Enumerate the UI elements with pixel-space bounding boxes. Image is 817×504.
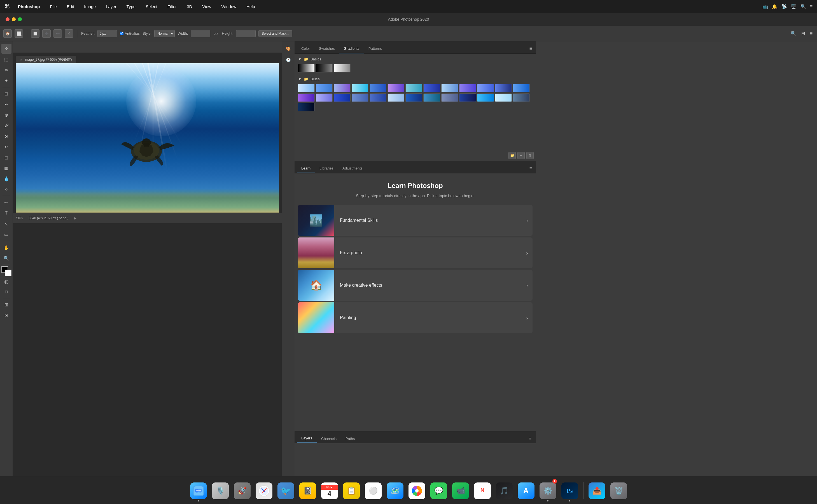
close-button[interactable]: [6, 17, 10, 21]
airdrop-icon[interactable]: 📡: [781, 4, 787, 9]
screen-mirroring-icon[interactable]: 📺: [762, 4, 768, 9]
gradient-blue-purple[interactable]: [334, 84, 351, 92]
menu-item-photoshop[interactable]: Photoshop: [16, 3, 42, 10]
gradient-black-transparent[interactable]: [316, 64, 333, 72]
menu-item-view[interactable]: View: [200, 3, 214, 10]
learn-card-creative[interactable]: 🏠 Make creative effects ›: [298, 270, 532, 301]
menu-item-window[interactable]: Window: [219, 3, 239, 10]
history-brush-tool[interactable]: ↩: [1, 142, 11, 152]
tab-paths[interactable]: Paths: [341, 434, 359, 443]
gradient-ice[interactable]: [495, 93, 512, 102]
pen-tool[interactable]: ✏: [1, 197, 11, 208]
more-icon[interactable]: ≡: [809, 30, 814, 37]
minimize-button[interactable]: [12, 17, 16, 21]
subtract-selection-btn[interactable]: ➖: [53, 29, 62, 38]
status-arrow[interactable]: ▶: [74, 216, 76, 220]
dock-photos[interactable]: [407, 479, 427, 501]
gradient-blue-black[interactable]: [298, 103, 315, 111]
gradient-electric[interactable]: [477, 93, 494, 102]
dock-finder[interactable]: [188, 479, 209, 501]
gradient-denim[interactable]: [370, 93, 386, 102]
dock-news[interactable]: N: [472, 479, 492, 501]
image-tab[interactable]: ✕ Image_27.jpg @ 50% (RGB/8#): [16, 56, 76, 63]
tab-layers[interactable]: Layers: [297, 434, 317, 443]
gradient-cyan[interactable]: [352, 84, 368, 92]
maximize-button[interactable]: [18, 17, 22, 21]
hand-tool[interactable]: ✋: [1, 242, 11, 253]
blur-tool[interactable]: 💧: [1, 174, 11, 184]
eraser-tool[interactable]: ◻: [1, 152, 11, 162]
dock-downloads[interactable]: 📥: [587, 479, 607, 501]
height-input[interactable]: [236, 30, 256, 37]
menu-item-filter[interactable]: Filter: [165, 3, 179, 10]
gradient-midnight[interactable]: [495, 84, 512, 92]
gradient-indigo[interactable]: [459, 84, 476, 92]
artboards-button[interactable]: ⊞: [1, 300, 11, 310]
stamp-tool[interactable]: ⊗: [1, 131, 11, 141]
delete-gradient-btn[interactable]: 🗑: [526, 152, 534, 159]
menu-item-help[interactable]: Help: [244, 3, 257, 10]
screen-mode-button[interactable]: ⊟: [2, 287, 11, 296]
swap-icon[interactable]: ⇄: [213, 30, 219, 37]
path-tool[interactable]: ↖: [1, 219, 11, 229]
blues-group-header[interactable]: ▼ 📁 Blues: [298, 77, 532, 81]
learn-card-fundamental[interactable]: 🏙️ Fundamental Skills ›: [298, 205, 532, 236]
width-input[interactable]: [191, 30, 210, 37]
basics-group-header[interactable]: ▼ 📁 Basics: [298, 57, 532, 61]
dock-twitter[interactable]: 🐦: [276, 479, 296, 501]
gradient-azure[interactable]: [513, 84, 530, 92]
gradient-ocean[interactable]: [423, 93, 440, 102]
select-and-mask-button[interactable]: Select and Mask...: [259, 30, 292, 37]
brush-tool[interactable]: 🖌: [1, 121, 11, 131]
feather-input[interactable]: [97, 30, 117, 37]
menu-item-edit[interactable]: Edit: [65, 3, 76, 10]
lasso-tool[interactable]: ⌾: [1, 65, 11, 75]
learn-card-fix-photo[interactable]: Fix a photo ›: [298, 237, 532, 268]
add-selection-btn[interactable]: ➕: [42, 29, 51, 38]
dock-photoshop[interactable]: Ps: [560, 479, 580, 501]
gradient-blue-violet[interactable]: [298, 93, 315, 102]
gradient-cobalt[interactable]: [334, 93, 351, 102]
text-tool[interactable]: T: [1, 208, 11, 218]
shape-tool[interactable]: ▭: [1, 229, 11, 239]
menu-item-type[interactable]: Type: [124, 3, 138, 10]
tab-channels[interactable]: Channels: [317, 434, 341, 443]
gradient-powder[interactable]: [388, 93, 404, 102]
learn-panel-menu[interactable]: ≡: [528, 165, 534, 172]
gradient-teal[interactable]: [405, 84, 422, 92]
marquee-tool[interactable]: ⬚: [1, 54, 11, 64]
rectangle-marquee-btn[interactable]: ⬜ ▾: [15, 29, 23, 38]
gradient-blue-med[interactable]: [316, 84, 333, 92]
tab-libraries[interactable]: Libraries: [315, 164, 338, 173]
gradient-sky[interactable]: [441, 84, 458, 92]
gradient-black-white[interactable]: [298, 64, 315, 72]
gradient-slate[interactable]: [352, 93, 368, 102]
close-tab-icon[interactable]: ✕: [20, 58, 22, 61]
home-button[interactable]: 🏠: [3, 29, 12, 38]
background-color[interactable]: [5, 270, 11, 276]
tab-adjustments[interactable]: Adjustments: [338, 164, 367, 173]
gradient-tool[interactable]: ▦: [1, 163, 11, 173]
gradient-navy[interactable]: [459, 93, 476, 102]
dock-notes[interactable]: 📓: [298, 479, 318, 501]
menu-item-select[interactable]: Select: [143, 3, 159, 10]
gradient-sapphire[interactable]: [405, 93, 422, 102]
dock-safari[interactable]: [254, 479, 274, 501]
gradient-cornflower[interactable]: [477, 84, 494, 92]
dock-stickies[interactable]: 📋: [341, 479, 362, 501]
gradient-steel[interactable]: [513, 93, 530, 102]
create-gradient-btn[interactable]: +: [517, 152, 525, 159]
dock-messages[interactable]: 💬: [429, 479, 449, 501]
dock-facetime[interactable]: 📹: [450, 479, 471, 501]
history-panel-btn[interactable]: 🕐: [283, 55, 293, 65]
dock-maps[interactable]: 🗺️: [385, 479, 405, 501]
menu-item-3d[interactable]: 3D: [184, 3, 194, 10]
intersect-selection-btn[interactable]: ✕: [65, 29, 73, 38]
zoom-tool[interactable]: 🔍: [1, 253, 11, 263]
gradient-periwinkle[interactable]: [316, 93, 333, 102]
eyedropper-tool[interactable]: ✒: [1, 99, 11, 109]
dodge-tool[interactable]: ○: [1, 184, 11, 194]
gradient-blue-light[interactable]: [298, 84, 315, 92]
dock-appstore[interactable]: A: [516, 479, 536, 501]
menu-item-file[interactable]: File: [48, 3, 59, 10]
